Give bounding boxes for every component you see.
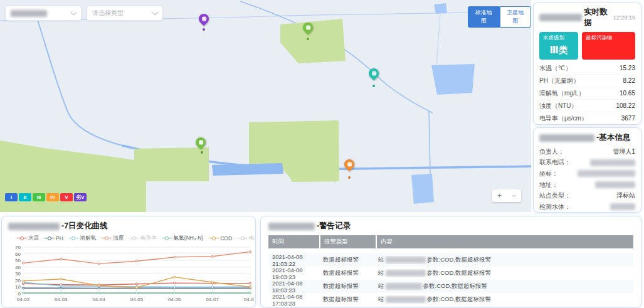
metric-label: 水温（℃） (539, 64, 571, 73)
metric-value: 10.65 (620, 90, 635, 97)
column-header-type: 报警类型 (320, 235, 376, 248)
info-label: 联系电话： (539, 158, 571, 167)
series-marker-icon (45, 236, 55, 241)
legend-item-dissolved-oxygen[interactable]: 溶解氧 (69, 235, 97, 242)
realtime-timestamp: 12:29:19 (613, 14, 635, 21)
metric-value: 108.22 (616, 102, 635, 109)
metric-value: 15.23 (620, 65, 635, 72)
standard-map-button[interactable]: 标准地图 (468, 6, 500, 28)
alert-time: 2021-04-08 17:03:23 (268, 293, 319, 307)
info-value-redacted (595, 181, 635, 188)
svg-text:04-02: 04-02 (17, 297, 30, 302)
legend-item-conductivity[interactable]: 电导率 (129, 235, 157, 242)
metric-value: 8.22 (623, 77, 635, 84)
basic-info-title-text: -基本信息 (596, 132, 630, 143)
chart-legend: 水温 PH 溶解氧 浊度 电导率 氨氮(NH₃-N) COD 电量 (17, 235, 249, 242)
metric-label: 电导率（μs/cm） (539, 114, 588, 123)
water-quality-level-label: 水质级别 (543, 35, 574, 42)
alert-type: 数据超标报警 (319, 256, 374, 264)
alert-time: 2021-04-08 16:03:23 (268, 306, 319, 308)
warning-table-header: 时间 报警类型 内容 (268, 235, 633, 248)
svg-text:04-07: 04-07 (206, 297, 219, 302)
station-name-redacted (386, 283, 422, 290)
svg-text:10: 10 (15, 284, 21, 290)
legend-item-battery[interactable]: 电量 (238, 235, 256, 242)
column-header-time: 时间 (268, 235, 319, 248)
alert-time: 2021-04-08 19:03:23 (268, 267, 319, 280)
station-name-redacted (386, 270, 426, 277)
chevron-down-icon (71, 9, 77, 16)
basic-info-panel: -基本信息 负责人：管理人1 联系电话： 坐标： 地址： 站点类型：浮标站 检测… (533, 127, 641, 213)
legend-class-4: IV (46, 193, 59, 201)
station-icon (306, 26, 310, 30)
legend-item-ammonia[interactable]: 氨氮(NH₃-N) (162, 235, 203, 242)
info-row: 联系电话： (539, 157, 635, 169)
warning-records-title-text: -警告记录 (317, 221, 351, 231)
info-label: 地址： (539, 181, 558, 189)
station-icon (202, 17, 206, 21)
svg-text:04-04: 04-04 (92, 297, 105, 302)
legend-item-ph[interactable]: PH (45, 235, 63, 242)
svg-text:0: 0 (18, 291, 21, 297)
series-marker-icon (17, 236, 27, 241)
station-icon (372, 72, 376, 76)
table-row[interactable]: 2021-04-08 17:03:23 数据超标报警 站参数:COD,数据超标报… (268, 293, 633, 306)
metric-row: 电导率（μs/cm）3677 (539, 112, 635, 125)
svg-text:20: 20 (15, 278, 21, 284)
zoom-in-button[interactable]: + (492, 189, 507, 202)
info-label: 坐标： (539, 169, 558, 178)
legend-item-water-temp[interactable]: 水温 (17, 235, 39, 242)
metric-label: PH（无量纲） (539, 77, 579, 85)
line-chart: 01020304050607004-0204-0304-0404-0504-06… (8, 243, 254, 306)
station-name-redacted (386, 257, 426, 263)
realtime-status-cards: 水质级别 Ⅲ类 超标污染物 (539, 32, 635, 60)
map-features (0, 0, 531, 212)
station-select[interactable] (5, 6, 82, 21)
svg-text:04-06: 04-06 (168, 297, 181, 302)
exceeding-pollutant-label: 超标污染物 (586, 35, 631, 42)
type-select[interactable]: 请选择类型 (87, 6, 163, 21)
station-name-redacted (8, 223, 60, 230)
chevron-down-icon (152, 9, 159, 16)
metric-label: 溶解氧（mg/L） (539, 89, 584, 98)
metric-row: 水温（℃）15.23 (539, 62, 635, 75)
water-quality-legend: I II III IV V 劣V (5, 193, 87, 201)
type-select-placeholder: 请选择类型 (92, 9, 124, 18)
series-marker-icon (102, 236, 112, 241)
station-dot-purple (203, 28, 205, 31)
map-zoom-controls: + − (492, 189, 521, 202)
info-label: 负责人： (539, 147, 564, 156)
alert-type: 数据超标报警 (319, 282, 374, 290)
alert-type: 数据超标报警 (319, 269, 374, 277)
legend-class-5: V (60, 193, 73, 201)
info-value-redacted (610, 203, 635, 210)
metric-value: 3677 (621, 115, 635, 122)
svg-text:30: 30 (15, 271, 21, 277)
metric-row: PH（无量纲）8.22 (539, 75, 635, 87)
series-marker-icon (129, 236, 139, 241)
svg-text:04-08: 04-08 (244, 297, 254, 302)
realtime-title-text: 实时数据 (584, 7, 610, 28)
satellite-map-button[interactable]: 卫星地图 (500, 6, 532, 28)
metric-row: 溶解氧（mg/L）10.65 (539, 87, 635, 100)
station-name-redacted (268, 223, 315, 230)
info-value-redacted (590, 159, 635, 166)
table-row[interactable]: 2021-04-08 18:03:23 数据超标报警 站参数:COD,数据超标报… (268, 280, 633, 293)
series-marker-icon (69, 236, 79, 241)
map-canvas[interactable]: 请选择类型 标准地图 卫星地图 I II III IV V 劣V + (0, 0, 531, 212)
station-select-value-redacted (11, 10, 47, 17)
table-row[interactable]: 2021-04-08 21:03:22 数据超标报警 站参数:COD,数据超标报… (268, 253, 633, 267)
alert-content: 站参数:COD,数据超标报警 (374, 256, 633, 264)
info-row: 地址： (539, 179, 635, 191)
alert-time: 2021-04-08 21:03:22 (268, 253, 319, 267)
info-row: 站点类型：浮标站 (539, 190, 635, 201)
station-name-redacted (539, 14, 582, 21)
zoom-out-button[interactable]: − (507, 189, 521, 202)
info-row: 负责人：管理人1 (539, 146, 635, 157)
station-dot-orange (348, 176, 351, 179)
legend-item-cod[interactable]: COD (209, 235, 232, 242)
legend-item-turbidity[interactable]: 浊度 (102, 235, 124, 242)
station-dot-teal (372, 85, 375, 87)
alert-content: 站参数:COD,数据超标报警 (374, 295, 633, 304)
table-row[interactable]: 2021-04-08 19:03:23 数据超标报警 站参数:COD,数据超标报… (268, 267, 633, 280)
